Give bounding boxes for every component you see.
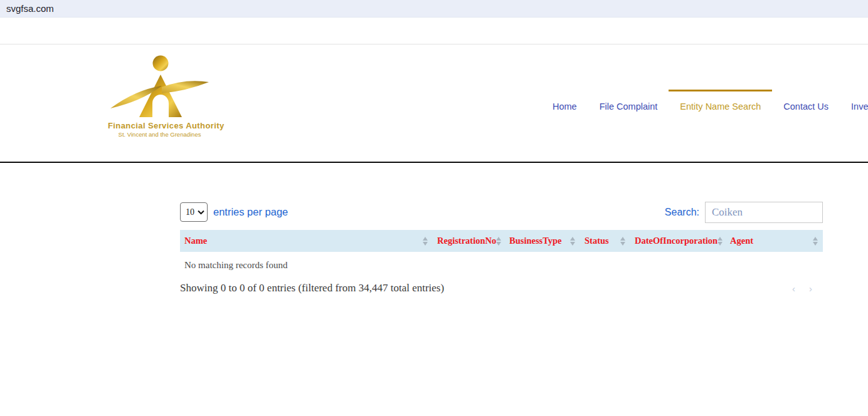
entity-table: Name RegistrationNo BusinessType Status …	[180, 230, 823, 271]
column-header-businesstype[interactable]: BusinessType	[505, 230, 580, 252]
fsa-logo-icon	[108, 55, 211, 120]
nav-item-file-complaint[interactable]: File Complaint	[588, 90, 669, 120]
address-bar[interactable]: svgfsa.com	[0, 0, 868, 18]
search-label: Search:	[665, 207, 699, 218]
entries-per-page-select[interactable]: 10	[180, 202, 208, 222]
nav-item-entity-name-search[interactable]: Entity Name Search	[669, 90, 772, 120]
table-header-row: Name RegistrationNo BusinessType Status …	[180, 230, 823, 252]
sort-icon	[423, 237, 428, 246]
search-input[interactable]	[705, 202, 823, 223]
logo-org-subtitle: St. Vincent and the Grenadines	[108, 131, 211, 138]
entries-per-page-group: 10 entries per page	[180, 202, 288, 222]
column-header-name[interactable]: Name	[180, 230, 433, 252]
pagination: ‹ ›	[785, 283, 819, 294]
logo-org-name: Financial Services Authority	[108, 121, 211, 130]
column-header-agent[interactable]: Agent	[726, 230, 823, 252]
nav-item-home[interactable]: Home	[541, 90, 588, 120]
sort-icon	[496, 237, 501, 246]
column-header-dateofincorporation[interactable]: DateOfIncorporation	[630, 230, 726, 252]
sort-icon	[813, 237, 818, 246]
nav-item-contact-us[interactable]: Contact Us	[772, 90, 840, 120]
table-controls: 10 entries per page Search:	[180, 201, 823, 223]
search-group: Search:	[665, 202, 823, 223]
pagination-prev-button[interactable]: ‹	[785, 283, 802, 294]
address-bar-url: svgfsa.com	[6, 3, 54, 14]
fsa-logo: Financial Services Authority St. Vincent…	[108, 55, 211, 138]
sort-icon	[570, 237, 575, 246]
nav-item-investor-alerts[interactable]: Investor Alerts	[840, 90, 868, 120]
entries-per-page-label: entries per page	[213, 206, 288, 218]
main-nav: Home File Complaint Entity Name Search C…	[541, 90, 868, 120]
page: { "browser": { "address": "svgfsa.com" }…	[0, 0, 868, 416]
table-summary-row: Showing 0 to 0 of 0 entries (filtered fr…	[180, 282, 823, 294]
sort-icon	[717, 237, 722, 246]
sort-icon	[620, 237, 625, 246]
column-header-status[interactable]: Status	[580, 230, 630, 252]
table-empty-message: No matching records found	[180, 252, 823, 271]
site-header: Financial Services Authority St. Vincent…	[0, 44, 868, 163]
pagination-next-button[interactable]: ›	[802, 283, 819, 294]
column-header-registrationno[interactable]: RegistrationNo	[433, 230, 505, 252]
entries-summary: Showing 0 to 0 of 0 entries (filtered fr…	[180, 282, 444, 294]
